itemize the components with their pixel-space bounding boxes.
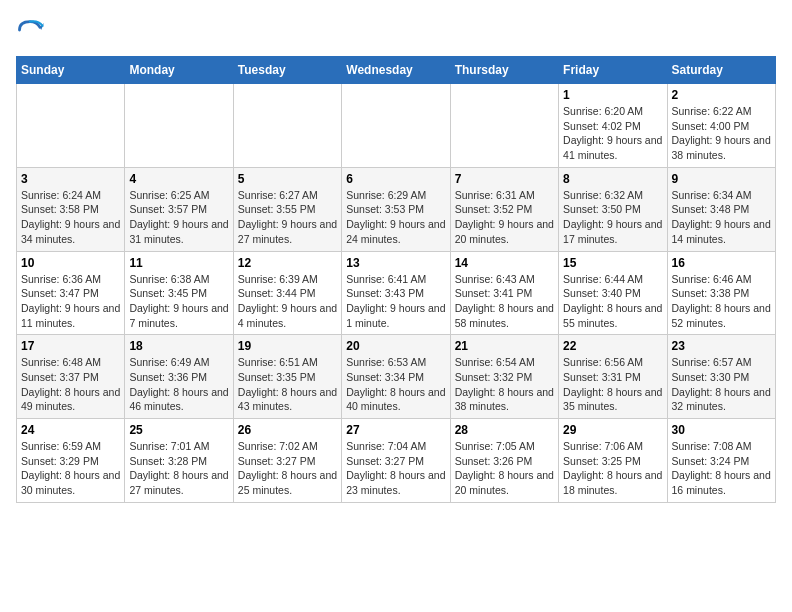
day-info: Sunrise: 6:43 AM Sunset: 3:41 PM Dayligh… <box>455 272 554 331</box>
day-info: Sunrise: 6:22 AM Sunset: 4:00 PM Dayligh… <box>672 104 771 163</box>
day-number: 23 <box>672 339 771 353</box>
day-info: Sunrise: 6:32 AM Sunset: 3:50 PM Dayligh… <box>563 188 662 247</box>
calendar-cell: 30Sunrise: 7:08 AM Sunset: 3:24 PM Dayli… <box>667 419 775 503</box>
calendar-cell: 20Sunrise: 6:53 AM Sunset: 3:34 PM Dayli… <box>342 335 450 419</box>
day-number: 17 <box>21 339 120 353</box>
calendar-cell: 25Sunrise: 7:01 AM Sunset: 3:28 PM Dayli… <box>125 419 233 503</box>
calendar-cell: 1Sunrise: 6:20 AM Sunset: 4:02 PM Daylig… <box>559 84 667 168</box>
day-number: 8 <box>563 172 662 186</box>
calendar-cell: 9Sunrise: 6:34 AM Sunset: 3:48 PM Daylig… <box>667 167 775 251</box>
day-info: Sunrise: 6:41 AM Sunset: 3:43 PM Dayligh… <box>346 272 445 331</box>
day-info: Sunrise: 6:36 AM Sunset: 3:47 PM Dayligh… <box>21 272 120 331</box>
day-number: 6 <box>346 172 445 186</box>
day-number: 28 <box>455 423 554 437</box>
day-number: 21 <box>455 339 554 353</box>
calendar-cell: 28Sunrise: 7:05 AM Sunset: 3:26 PM Dayli… <box>450 419 558 503</box>
calendar-cell: 18Sunrise: 6:49 AM Sunset: 3:36 PM Dayli… <box>125 335 233 419</box>
calendar-cell: 11Sunrise: 6:38 AM Sunset: 3:45 PM Dayli… <box>125 251 233 335</box>
day-info: Sunrise: 6:38 AM Sunset: 3:45 PM Dayligh… <box>129 272 228 331</box>
day-info: Sunrise: 6:54 AM Sunset: 3:32 PM Dayligh… <box>455 355 554 414</box>
day-number: 25 <box>129 423 228 437</box>
calendar-cell: 8Sunrise: 6:32 AM Sunset: 3:50 PM Daylig… <box>559 167 667 251</box>
calendar-cell: 5Sunrise: 6:27 AM Sunset: 3:55 PM Daylig… <box>233 167 341 251</box>
calendar-cell: 2Sunrise: 6:22 AM Sunset: 4:00 PM Daylig… <box>667 84 775 168</box>
day-info: Sunrise: 7:01 AM Sunset: 3:28 PM Dayligh… <box>129 439 228 498</box>
day-info: Sunrise: 7:08 AM Sunset: 3:24 PM Dayligh… <box>672 439 771 498</box>
page-header <box>16 16 776 44</box>
column-header-wednesday: Wednesday <box>342 57 450 84</box>
day-info: Sunrise: 6:34 AM Sunset: 3:48 PM Dayligh… <box>672 188 771 247</box>
day-info: Sunrise: 6:27 AM Sunset: 3:55 PM Dayligh… <box>238 188 337 247</box>
day-info: Sunrise: 7:05 AM Sunset: 3:26 PM Dayligh… <box>455 439 554 498</box>
column-header-saturday: Saturday <box>667 57 775 84</box>
logo <box>16 16 48 44</box>
day-number: 20 <box>346 339 445 353</box>
day-number: 26 <box>238 423 337 437</box>
calendar-cell <box>125 84 233 168</box>
day-info: Sunrise: 7:04 AM Sunset: 3:27 PM Dayligh… <box>346 439 445 498</box>
day-number: 13 <box>346 256 445 270</box>
day-number: 7 <box>455 172 554 186</box>
day-info: Sunrise: 7:02 AM Sunset: 3:27 PM Dayligh… <box>238 439 337 498</box>
day-number: 12 <box>238 256 337 270</box>
day-info: Sunrise: 6:20 AM Sunset: 4:02 PM Dayligh… <box>563 104 662 163</box>
week-row: 3Sunrise: 6:24 AM Sunset: 3:58 PM Daylig… <box>17 167 776 251</box>
day-info: Sunrise: 6:46 AM Sunset: 3:38 PM Dayligh… <box>672 272 771 331</box>
week-row: 1Sunrise: 6:20 AM Sunset: 4:02 PM Daylig… <box>17 84 776 168</box>
calendar-cell: 23Sunrise: 6:57 AM Sunset: 3:30 PM Dayli… <box>667 335 775 419</box>
day-info: Sunrise: 6:25 AM Sunset: 3:57 PM Dayligh… <box>129 188 228 247</box>
calendar-cell <box>450 84 558 168</box>
calendar-cell: 13Sunrise: 6:41 AM Sunset: 3:43 PM Dayli… <box>342 251 450 335</box>
calendar-cell: 22Sunrise: 6:56 AM Sunset: 3:31 PM Dayli… <box>559 335 667 419</box>
day-info: Sunrise: 6:31 AM Sunset: 3:52 PM Dayligh… <box>455 188 554 247</box>
day-number: 22 <box>563 339 662 353</box>
day-number: 4 <box>129 172 228 186</box>
day-number: 14 <box>455 256 554 270</box>
day-info: Sunrise: 6:24 AM Sunset: 3:58 PM Dayligh… <box>21 188 120 247</box>
calendar-cell: 15Sunrise: 6:44 AM Sunset: 3:40 PM Dayli… <box>559 251 667 335</box>
calendar-cell: 19Sunrise: 6:51 AM Sunset: 3:35 PM Dayli… <box>233 335 341 419</box>
calendar-cell: 4Sunrise: 6:25 AM Sunset: 3:57 PM Daylig… <box>125 167 233 251</box>
calendar-cell <box>342 84 450 168</box>
calendar-cell: 6Sunrise: 6:29 AM Sunset: 3:53 PM Daylig… <box>342 167 450 251</box>
day-number: 11 <box>129 256 228 270</box>
day-info: Sunrise: 6:48 AM Sunset: 3:37 PM Dayligh… <box>21 355 120 414</box>
day-info: Sunrise: 6:49 AM Sunset: 3:36 PM Dayligh… <box>129 355 228 414</box>
day-number: 27 <box>346 423 445 437</box>
calendar-cell: 24Sunrise: 6:59 AM Sunset: 3:29 PM Dayli… <box>17 419 125 503</box>
day-number: 19 <box>238 339 337 353</box>
week-row: 24Sunrise: 6:59 AM Sunset: 3:29 PM Dayli… <box>17 419 776 503</box>
calendar-cell: 29Sunrise: 7:06 AM Sunset: 3:25 PM Dayli… <box>559 419 667 503</box>
day-info: Sunrise: 6:53 AM Sunset: 3:34 PM Dayligh… <box>346 355 445 414</box>
calendar-cell: 12Sunrise: 6:39 AM Sunset: 3:44 PM Dayli… <box>233 251 341 335</box>
day-number: 18 <box>129 339 228 353</box>
calendar-cell: 21Sunrise: 6:54 AM Sunset: 3:32 PM Dayli… <box>450 335 558 419</box>
day-number: 1 <box>563 88 662 102</box>
day-number: 30 <box>672 423 771 437</box>
calendar-cell: 16Sunrise: 6:46 AM Sunset: 3:38 PM Dayli… <box>667 251 775 335</box>
column-header-sunday: Sunday <box>17 57 125 84</box>
calendar-header-row: SundayMondayTuesdayWednesdayThursdayFrid… <box>17 57 776 84</box>
day-info: Sunrise: 6:51 AM Sunset: 3:35 PM Dayligh… <box>238 355 337 414</box>
day-number: 24 <box>21 423 120 437</box>
day-info: Sunrise: 6:29 AM Sunset: 3:53 PM Dayligh… <box>346 188 445 247</box>
week-row: 10Sunrise: 6:36 AM Sunset: 3:47 PM Dayli… <box>17 251 776 335</box>
calendar-cell: 27Sunrise: 7:04 AM Sunset: 3:27 PM Dayli… <box>342 419 450 503</box>
column-header-monday: Monday <box>125 57 233 84</box>
day-info: Sunrise: 7:06 AM Sunset: 3:25 PM Dayligh… <box>563 439 662 498</box>
column-header-tuesday: Tuesday <box>233 57 341 84</box>
column-header-thursday: Thursday <box>450 57 558 84</box>
calendar: SundayMondayTuesdayWednesdayThursdayFrid… <box>16 56 776 503</box>
calendar-cell: 10Sunrise: 6:36 AM Sunset: 3:47 PM Dayli… <box>17 251 125 335</box>
column-header-friday: Friday <box>559 57 667 84</box>
day-number: 10 <box>21 256 120 270</box>
day-info: Sunrise: 6:59 AM Sunset: 3:29 PM Dayligh… <box>21 439 120 498</box>
day-info: Sunrise: 6:57 AM Sunset: 3:30 PM Dayligh… <box>672 355 771 414</box>
day-info: Sunrise: 6:56 AM Sunset: 3:31 PM Dayligh… <box>563 355 662 414</box>
day-number: 3 <box>21 172 120 186</box>
calendar-cell: 17Sunrise: 6:48 AM Sunset: 3:37 PM Dayli… <box>17 335 125 419</box>
week-row: 17Sunrise: 6:48 AM Sunset: 3:37 PM Dayli… <box>17 335 776 419</box>
day-number: 15 <box>563 256 662 270</box>
day-number: 5 <box>238 172 337 186</box>
calendar-cell: 26Sunrise: 7:02 AM Sunset: 3:27 PM Dayli… <box>233 419 341 503</box>
